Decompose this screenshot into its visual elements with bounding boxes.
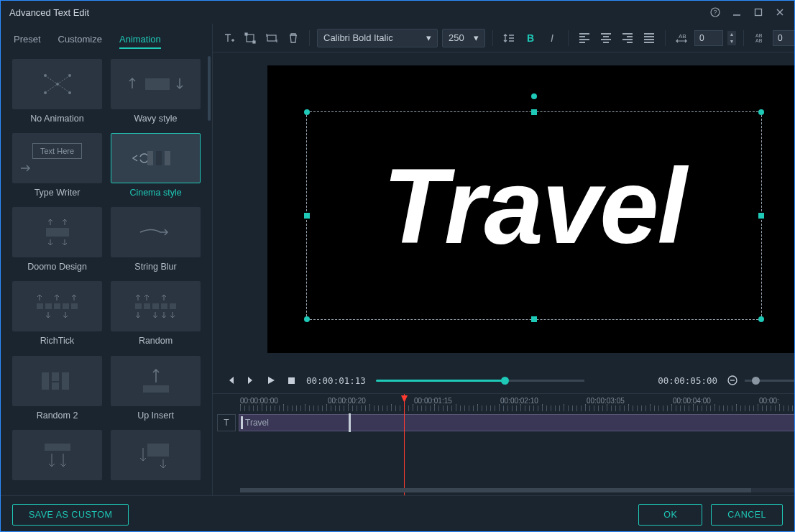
svg-point-8 xyxy=(44,74,47,77)
svg-rect-42 xyxy=(288,377,295,384)
svg-point-11 xyxy=(68,91,71,94)
play-icon[interactable] xyxy=(266,375,276,385)
anim-item-upinsert[interactable]: Up Insert xyxy=(111,356,201,424)
char-spacing-icon[interactable]: AB xyxy=(673,29,690,47)
rotate-handle[interactable] xyxy=(531,93,537,99)
svg-text:AB: AB xyxy=(679,33,686,40)
svg-rect-21 xyxy=(63,303,69,309)
current-time: 00:00:01:13 xyxy=(306,375,366,386)
clip-marker[interactable] xyxy=(349,413,351,432)
svg-point-9 xyxy=(68,74,71,77)
italic-button[interactable]: I xyxy=(543,29,561,47)
line-spacing-icon[interactable]: ABAB xyxy=(751,29,768,47)
char-spacing-input[interactable] xyxy=(694,30,723,46)
svg-rect-32 xyxy=(143,385,169,393)
svg-rect-22 xyxy=(71,303,78,309)
handle-tm[interactable] xyxy=(531,109,537,115)
line-spacing-input[interactable] xyxy=(773,30,795,46)
stop-icon[interactable] xyxy=(286,375,296,385)
svg-rect-38 xyxy=(267,35,276,41)
add-text-icon[interactable] xyxy=(220,29,237,47)
selection-box[interactable]: Travel xyxy=(306,111,762,320)
anim-item-typewriter[interactable]: Text Here Type Writer xyxy=(12,133,102,201)
text-box-icon[interactable] xyxy=(263,29,280,47)
anim-item-extra2[interactable] xyxy=(111,430,201,488)
close-icon[interactable] xyxy=(774,6,786,18)
tab-customize[interactable]: Customize xyxy=(58,34,102,49)
anim-item-random2[interactable]: Random 2 xyxy=(12,356,102,424)
anim-item-extra1[interactable] xyxy=(12,430,102,488)
svg-rect-26 xyxy=(161,303,167,309)
handle-br[interactable] xyxy=(758,316,764,322)
svg-rect-20 xyxy=(54,303,60,309)
align-center-icon[interactable] xyxy=(597,29,615,47)
svg-rect-19 xyxy=(45,303,52,309)
svg-text:AB: AB xyxy=(755,33,763,38)
svg-rect-31 xyxy=(62,372,69,390)
anim-item-wavy[interactable]: Wavy style xyxy=(111,59,201,127)
svg-rect-34 xyxy=(147,444,169,457)
svg-rect-25 xyxy=(152,303,159,309)
anim-item-cinema[interactable]: Cinema style xyxy=(111,133,201,201)
svg-rect-23 xyxy=(135,303,142,309)
zoom-slider[interactable] xyxy=(745,380,795,382)
total-time: 00:00:05:00 xyxy=(658,375,717,386)
svg-rect-13 xyxy=(145,78,170,90)
clip-grip-left[interactable] xyxy=(241,416,243,429)
timeline-clip[interactable]: Travel xyxy=(239,414,795,431)
svg-rect-18 xyxy=(37,303,43,309)
timeline-scrollbar[interactable] xyxy=(240,488,795,492)
spacing-up[interactable]: ▲ xyxy=(727,31,736,38)
preview-canvas[interactable]: Travel xyxy=(267,65,795,353)
align-left-icon[interactable] xyxy=(576,29,593,47)
maximize-icon[interactable] xyxy=(753,6,764,18)
bold-button[interactable]: B xyxy=(522,29,539,47)
tab-preset[interactable]: Preset xyxy=(14,34,41,49)
svg-text:AB: AB xyxy=(755,38,763,43)
preview-text[interactable]: Travel xyxy=(307,145,761,267)
svg-point-10 xyxy=(44,91,47,94)
delete-icon[interactable] xyxy=(285,29,302,47)
anim-item-none[interactable]: No Animation xyxy=(12,59,102,127)
align-right-icon[interactable] xyxy=(619,29,636,47)
save-as-custom-button[interactable]: SAVE AS CUSTOM xyxy=(12,504,129,526)
anim-item-richtick[interactable]: RichTick xyxy=(12,281,102,349)
spacing-down[interactable]: ▼ xyxy=(727,38,736,45)
svg-rect-29 xyxy=(52,372,59,381)
step-back-icon[interactable] xyxy=(226,375,236,385)
font-size-select[interactable]: 250 ▾ xyxy=(442,29,485,47)
minimize-icon[interactable] xyxy=(731,6,743,18)
anim-item-stringblur[interactable]: String Blur xyxy=(111,207,201,275)
svg-rect-36 xyxy=(245,33,247,35)
svg-rect-15 xyxy=(156,151,162,165)
playhead[interactable] xyxy=(404,394,405,495)
ok-button[interactable]: OK xyxy=(638,504,702,526)
animation-grid: No Animation Wavy style Text Here Type W… xyxy=(1,56,212,495)
anim-item-random[interactable]: Random xyxy=(111,281,201,349)
window-title: Advanced Text Edit xyxy=(9,7,89,18)
cancel-button[interactable]: CANCEL xyxy=(711,504,783,526)
handle-bm[interactable] xyxy=(531,316,537,322)
handle-tl[interactable] xyxy=(304,109,310,115)
tab-animation[interactable]: Animation xyxy=(119,34,161,49)
svg-rect-33 xyxy=(45,444,70,451)
line-height-icon[interactable] xyxy=(500,29,518,47)
handle-tr[interactable] xyxy=(758,109,764,115)
timeline-ruler[interactable]: 00:00:00:00 00:00:00:20 00:00:01:15 00:0… xyxy=(213,394,795,413)
chevron-down-icon: ▾ xyxy=(474,32,479,43)
svg-rect-28 xyxy=(42,372,49,390)
zoom-out-icon[interactable] xyxy=(727,375,737,385)
svg-rect-24 xyxy=(144,303,150,309)
help-icon[interactable]: ? xyxy=(709,6,721,18)
step-forward-icon[interactable] xyxy=(246,375,256,385)
svg-point-12 xyxy=(56,83,59,86)
text-track-icon: T xyxy=(217,414,236,431)
font-select[interactable]: Calibri Bold Italic ▾ xyxy=(317,29,438,47)
svg-rect-3 xyxy=(755,9,762,16)
playback-slider[interactable] xyxy=(376,380,592,382)
align-justify-icon[interactable] xyxy=(640,29,658,47)
chevron-down-icon: ▾ xyxy=(426,32,431,43)
handle-bl[interactable] xyxy=(304,316,310,322)
anim-item-doomo[interactable]: Doomo Design xyxy=(12,207,102,275)
transform-icon[interactable] xyxy=(242,29,259,47)
